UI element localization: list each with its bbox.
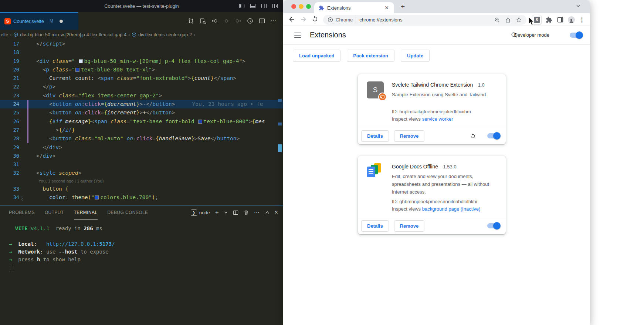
breadcrumb-item[interactable]: div.flex.items-center.gap-2 (138, 32, 192, 37)
terminal-body[interactable]: VITE v4.1.1 ready in 286 ms→ Local: http… (0, 220, 283, 272)
maximize-panel-icon[interactable] (265, 210, 270, 215)
close-panel-icon[interactable]: × (275, 209, 278, 216)
remove-button[interactable]: Remove (394, 220, 425, 232)
terminal-shell-selector[interactable]: ❯ node (191, 210, 210, 216)
compare-changes-icon[interactable] (188, 18, 194, 24)
reload-extension-icon[interactable] (470, 133, 476, 139)
line-number: 21 (0, 74, 19, 83)
line-number: 20 (0, 66, 19, 74)
code-line-30[interactable]: 30</div> (0, 152, 283, 160)
panel-tab-output[interactable]: OUTPUT (45, 205, 64, 220)
tab-search-chevron-icon[interactable] (576, 4, 580, 8)
split-editor-icon[interactable] (259, 18, 265, 24)
code-text: <div class=" bg-blue-50 min-w-[20rem] p-… (19, 57, 245, 66)
current-change-icon[interactable] (223, 18, 230, 24)
profile-avatar[interactable] (568, 16, 575, 23)
forward-icon[interactable] (299, 15, 308, 23)
extension-description: Sample Extension using Svelte and Tailwi… (392, 91, 498, 98)
editor-tab-counter-svelte[interactable]: S Counter.svelte M (0, 12, 78, 30)
panel-tab-debug-console[interactable]: DEBUG CONSOLE (108, 205, 148, 220)
panel-tab-terminal[interactable]: TERMINAL (74, 205, 98, 220)
unsaved-dot-icon[interactable] (60, 20, 63, 23)
page-title: Extensions (310, 31, 346, 39)
developer-mode-toggle[interactable] (570, 33, 582, 38)
pack-extension-button[interactable]: Pack extension (347, 50, 394, 62)
menu-hamburger-icon[interactable] (294, 33, 301, 38)
code-line-32[interactable]: 32<style scoped> (0, 169, 283, 177)
tab-close-icon[interactable]: ✕ (383, 5, 390, 11)
back-icon[interactable] (288, 15, 296, 23)
code-editor[interactable]: 17</script>1819<div class=" bg-blue-50 m… (0, 40, 283, 205)
details-button[interactable]: Details (361, 130, 389, 142)
code-line-27[interactable]: 27 >{/if} (0, 126, 283, 134)
code-line-25[interactable]: 25 <button on:click={increment}>+</butto… (0, 108, 283, 117)
code-line-34[interactable]: 34 color: theme("colors.blue.700"); (0, 193, 283, 202)
panel-tab-problems[interactable]: PROBLEMS (9, 205, 35, 220)
new-tab-icon[interactable]: + (401, 3, 405, 11)
new-terminal-icon[interactable]: + (215, 209, 219, 216)
toggle-panel-icon[interactable] (250, 3, 256, 9)
breadcrumb-item[interactable]: elte (1, 32, 8, 37)
omnibox[interactable]: Chrome chrome://extensions (323, 15, 526, 25)
extensions-puzzle-icon[interactable] (546, 16, 553, 23)
panel-more-icon[interactable]: ⋯ (254, 209, 260, 216)
extension-enabled-toggle[interactable] (487, 223, 500, 228)
code-line-24[interactable]: 24 <button on:click={decrement}>-</butto… (0, 100, 283, 108)
code-line-18[interactable]: 18 (0, 48, 283, 57)
side-panel-icon[interactable] (557, 16, 564, 23)
code-line-19[interactable]: 19<div class=" bg-blue-50 min-w-[20rem] … (0, 57, 283, 66)
code-line-33[interactable]: 33 button { (0, 185, 283, 193)
bookmark-star-icon[interactable] (516, 17, 522, 23)
share-icon[interactable] (505, 17, 511, 23)
previous-change-icon[interactable] (211, 18, 218, 24)
extension-enabled-toggle[interactable] (487, 133, 500, 138)
code-line-21[interactable]: 21 Current count: <span class="font-extr… (0, 74, 283, 83)
code-line-17[interactable]: 17</script> (0, 40, 283, 48)
code-line-31[interactable]: 31 (0, 160, 283, 169)
reload-icon[interactable] (311, 15, 319, 23)
next-change-icon[interactable] (235, 18, 241, 24)
extensions-favicon (319, 5, 324, 11)
remove-button[interactable]: Remove (394, 130, 425, 142)
load-unpacked-button[interactable]: Load unpacked (293, 50, 340, 62)
extension-id: ID: hnplmcaikgfoehmeiejokedfificiihm (392, 109, 498, 114)
open-preview-icon[interactable] (200, 18, 206, 24)
split-terminal-icon[interactable] (233, 210, 238, 215)
browser-tab-extensions[interactable]: Extensions ✕ (314, 2, 394, 13)
more-actions-icon[interactable]: ⋯ (271, 17, 277, 24)
kill-terminal-icon[interactable] (244, 210, 249, 215)
extension-card-google-docs-offline: Google Docs Offline 1.53.0 Edit, create … (358, 156, 506, 234)
macos-zoom-button[interactable] (306, 4, 311, 9)
zoom-icon[interactable] (494, 17, 500, 23)
scrollbar-decoration[interactable] (278, 144, 282, 152)
browser-menu-icon[interactable]: ⋮ (579, 16, 585, 23)
git-lens-annotation[interactable]: You, 1 second ago | 1 author (You) (0, 178, 283, 185)
code-line-29[interactable]: 29 </div> (0, 143, 283, 152)
breadcrumb-item[interactable]: div..bg-blue-50.min-w-[20rem].p-4.flex.f… (20, 32, 126, 37)
code-line-26[interactable]: 26 {#if message}<span class="text-base f… (0, 117, 283, 126)
code-text: </div> (19, 143, 62, 152)
chrome-tabstrip: Extensions ✕ + (283, 0, 590, 13)
code-line-20[interactable]: 20 <p class="text-blue-800 text-xl"> (0, 66, 283, 74)
details-button[interactable]: Details (361, 220, 389, 232)
macos-close-button[interactable] (291, 4, 296, 9)
run-file-icon[interactable] (247, 18, 253, 24)
background-page-link[interactable]: background page (Inactive) (422, 206, 481, 212)
update-button[interactable]: Update (401, 50, 430, 62)
code-line-28[interactable]: 28 <button class="ml-auto" on:click={han… (0, 134, 283, 143)
git-modified-badge: M (50, 19, 53, 24)
code-line-22[interactable]: 22 </p> (0, 83, 283, 91)
code-line-23[interactable]: 23 <div class="flex items-center gap-2"> (0, 91, 283, 100)
toggle-sidebar-icon[interactable] (239, 3, 245, 9)
terminal-dropdown-icon[interactable] (224, 211, 228, 214)
service-worker-link[interactable]: service worker (422, 116, 453, 122)
site-info-icon[interactable] (328, 17, 333, 23)
color-swatch (95, 195, 99, 200)
toggle-secondary-sidebar-icon[interactable] (261, 3, 267, 9)
code-text: <div class="flex items-center gap-2"> (19, 91, 162, 100)
url-text[interactable]: chrome://extensions (359, 17, 402, 23)
macos-minimize-button[interactable] (299, 4, 304, 9)
customize-layout-icon[interactable] (272, 3, 278, 9)
line-number: 19 (0, 57, 19, 66)
terminal-line: → Network: use --host to expose (9, 248, 283, 256)
